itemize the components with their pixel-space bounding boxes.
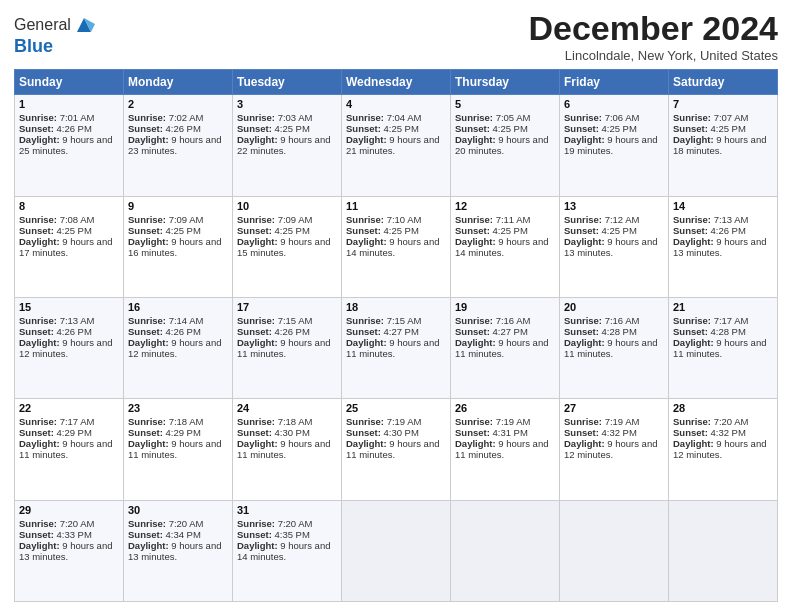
calendar-day-header: Wednesday xyxy=(342,70,451,95)
sunrise-value: 7:02 AM xyxy=(169,112,204,123)
daylight-label: Daylight: xyxy=(346,438,389,449)
sunrise-value: 7:18 AM xyxy=(278,416,313,427)
sunrise-label: Sunrise: xyxy=(564,315,605,326)
calendar-day-header: Saturday xyxy=(669,70,778,95)
sunset-label: Sunset: xyxy=(128,123,165,134)
day-number: 1 xyxy=(19,98,119,110)
sunset-value: 4:29 PM xyxy=(56,427,91,438)
sunset-label: Sunset: xyxy=(455,427,492,438)
calendar-cell: 29 Sunrise: 7:20 AM Sunset: 4:33 PM Dayl… xyxy=(15,500,124,601)
calendar-day-header: Monday xyxy=(124,70,233,95)
day-number: 4 xyxy=(346,98,446,110)
sunrise-value: 7:06 AM xyxy=(605,112,640,123)
sunset-value: 4:25 PM xyxy=(274,123,309,134)
calendar-week-row: 29 Sunrise: 7:20 AM Sunset: 4:33 PM Dayl… xyxy=(15,500,778,601)
sunset-label: Sunset: xyxy=(19,326,56,337)
logo-blue: Blue xyxy=(14,36,95,57)
sunset-value: 4:25 PM xyxy=(383,123,418,134)
sunrise-label: Sunrise: xyxy=(19,112,60,123)
daylight-label: Daylight: xyxy=(673,236,716,247)
sunrise-label: Sunrise: xyxy=(128,214,169,225)
logo-general: General xyxy=(14,16,71,34)
sunrise-label: Sunrise: xyxy=(237,315,278,326)
sunset-label: Sunset: xyxy=(19,225,56,236)
calendar-cell xyxy=(451,500,560,601)
calendar-cell: 11 Sunrise: 7:10 AM Sunset: 4:25 PM Dayl… xyxy=(342,196,451,297)
sunrise-label: Sunrise: xyxy=(455,112,496,123)
day-number: 13 xyxy=(564,200,664,212)
daylight-label: Daylight: xyxy=(128,236,171,247)
sunset-value: 4:26 PM xyxy=(165,326,200,337)
sunrise-value: 7:17 AM xyxy=(714,315,749,326)
calendar-day-header: Sunday xyxy=(15,70,124,95)
sunset-value: 4:33 PM xyxy=(56,529,91,540)
day-number: 6 xyxy=(564,98,664,110)
calendar-cell: 21 Sunrise: 7:17 AM Sunset: 4:28 PM Dayl… xyxy=(669,298,778,399)
day-number: 26 xyxy=(455,402,555,414)
calendar-cell: 9 Sunrise: 7:09 AM Sunset: 4:25 PM Dayli… xyxy=(124,196,233,297)
daylight-label: Daylight: xyxy=(673,438,716,449)
sunrise-value: 7:20 AM xyxy=(60,518,95,529)
sunset-value: 4:30 PM xyxy=(274,427,309,438)
sunset-value: 4:26 PM xyxy=(165,123,200,134)
title-block: December 2024 Lincolndale, New York, Uni… xyxy=(528,10,778,63)
calendar-cell: 6 Sunrise: 7:06 AM Sunset: 4:25 PM Dayli… xyxy=(560,95,669,196)
day-number: 23 xyxy=(128,402,228,414)
day-number: 10 xyxy=(237,200,337,212)
calendar-cell: 12 Sunrise: 7:11 AM Sunset: 4:25 PM Dayl… xyxy=(451,196,560,297)
sunset-label: Sunset: xyxy=(673,123,710,134)
sunrise-label: Sunrise: xyxy=(19,518,60,529)
sunrise-label: Sunrise: xyxy=(673,214,714,225)
sunrise-value: 7:16 AM xyxy=(496,315,531,326)
logo: General Blue xyxy=(14,14,95,57)
sunset-label: Sunset: xyxy=(19,427,56,438)
daylight-label: Daylight: xyxy=(673,337,716,348)
sunset-label: Sunset: xyxy=(346,123,383,134)
day-number: 27 xyxy=(564,402,664,414)
daylight-label: Daylight: xyxy=(564,438,607,449)
sunset-label: Sunset: xyxy=(564,326,601,337)
daylight-label: Daylight: xyxy=(346,134,389,145)
sunrise-value: 7:13 AM xyxy=(60,315,95,326)
daylight-label: Daylight: xyxy=(19,438,62,449)
sunrise-label: Sunrise: xyxy=(564,214,605,225)
sunrise-label: Sunrise: xyxy=(237,416,278,427)
day-number: 3 xyxy=(237,98,337,110)
sunset-label: Sunset: xyxy=(19,529,56,540)
day-number: 16 xyxy=(128,301,228,313)
calendar-cell: 13 Sunrise: 7:12 AM Sunset: 4:25 PM Dayl… xyxy=(560,196,669,297)
calendar-cell: 15 Sunrise: 7:13 AM Sunset: 4:26 PM Dayl… xyxy=(15,298,124,399)
sunrise-label: Sunrise: xyxy=(564,112,605,123)
daylight-label: Daylight: xyxy=(673,134,716,145)
calendar-cell: 20 Sunrise: 7:16 AM Sunset: 4:28 PM Dayl… xyxy=(560,298,669,399)
sunset-label: Sunset: xyxy=(237,326,274,337)
sunset-value: 4:35 PM xyxy=(274,529,309,540)
sunrise-value: 7:18 AM xyxy=(169,416,204,427)
sunset-label: Sunset: xyxy=(19,123,56,134)
sunrise-value: 7:14 AM xyxy=(169,315,204,326)
day-number: 9 xyxy=(128,200,228,212)
calendar-week-row: 22 Sunrise: 7:17 AM Sunset: 4:29 PM Dayl… xyxy=(15,399,778,500)
day-number: 2 xyxy=(128,98,228,110)
calendar-cell: 23 Sunrise: 7:18 AM Sunset: 4:29 PM Dayl… xyxy=(124,399,233,500)
daylight-label: Daylight: xyxy=(19,337,62,348)
sunset-value: 4:26 PM xyxy=(710,225,745,236)
daylight-label: Daylight: xyxy=(346,337,389,348)
daylight-label: Daylight: xyxy=(128,134,171,145)
sunset-value: 4:25 PM xyxy=(601,123,636,134)
calendar-cell: 25 Sunrise: 7:19 AM Sunset: 4:30 PM Dayl… xyxy=(342,399,451,500)
calendar-cell: 18 Sunrise: 7:15 AM Sunset: 4:27 PM Dayl… xyxy=(342,298,451,399)
day-number: 7 xyxy=(673,98,773,110)
sunrise-label: Sunrise: xyxy=(346,214,387,225)
sunset-label: Sunset: xyxy=(128,225,165,236)
calendar-cell: 28 Sunrise: 7:20 AM Sunset: 4:32 PM Dayl… xyxy=(669,399,778,500)
calendar-cell: 30 Sunrise: 7:20 AM Sunset: 4:34 PM Dayl… xyxy=(124,500,233,601)
sunset-value: 4:25 PM xyxy=(710,123,745,134)
sunset-label: Sunset: xyxy=(455,225,492,236)
sunset-label: Sunset: xyxy=(346,225,383,236)
sunset-label: Sunset: xyxy=(237,427,274,438)
daylight-label: Daylight: xyxy=(128,337,171,348)
sunset-value: 4:25 PM xyxy=(383,225,418,236)
day-number: 18 xyxy=(346,301,446,313)
day-number: 19 xyxy=(455,301,555,313)
